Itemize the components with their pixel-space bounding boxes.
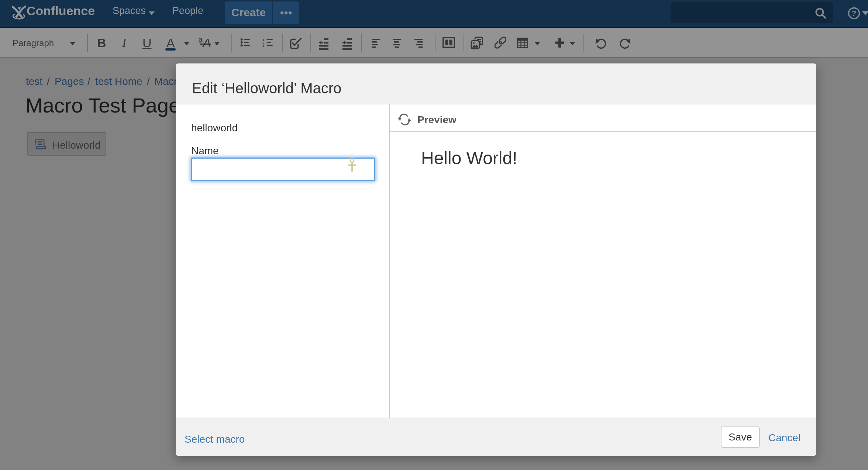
- dialog-footer: Select macro Save Cancel: [176, 418, 816, 456]
- macro-edit-dialog: Edit ‘Helloworld’ Macro helloworld Name: [176, 63, 816, 456]
- select-macro-link[interactable]: Select macro: [185, 434, 245, 445]
- dialog-title: Edit ‘Helloworld’ Macro: [192, 81, 341, 96]
- name-input[interactable]: [191, 158, 375, 181]
- dialog-header: Edit ‘Helloworld’ Macro: [176, 63, 816, 104]
- macro-params-panel: helloworld Name: [176, 104, 389, 418]
- ankh-icon: [348, 157, 356, 172]
- preview-header: Preview: [390, 104, 816, 132]
- preview-content-text: Hello World!: [421, 149, 517, 167]
- preview-panel: Preview Hello World!: [389, 104, 816, 418]
- refresh-icon[interactable]: [397, 111, 412, 127]
- macro-name-text: helloworld: [191, 123, 238, 133]
- cancel-link[interactable]: Cancel: [768, 433, 800, 443]
- save-button[interactable]: Save: [721, 426, 760, 448]
- preview-title: Preview: [417, 115, 457, 125]
- name-field-label: Name: [191, 146, 219, 156]
